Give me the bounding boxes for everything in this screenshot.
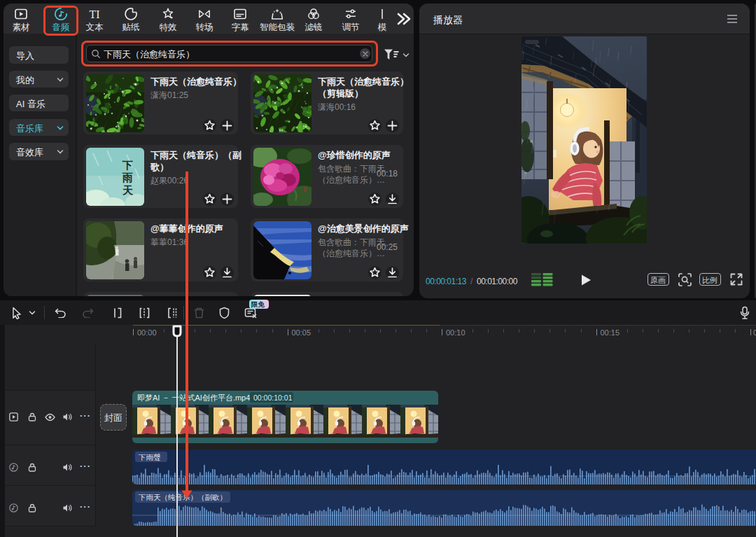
svg-text:TI: TI [89,8,99,20]
svg-text:下: 下 [122,159,133,171]
svg-text:xx: xx [303,187,308,193]
svg-text:雨: 雨 [122,172,133,183]
svg-text:天: 天 [122,184,134,196]
